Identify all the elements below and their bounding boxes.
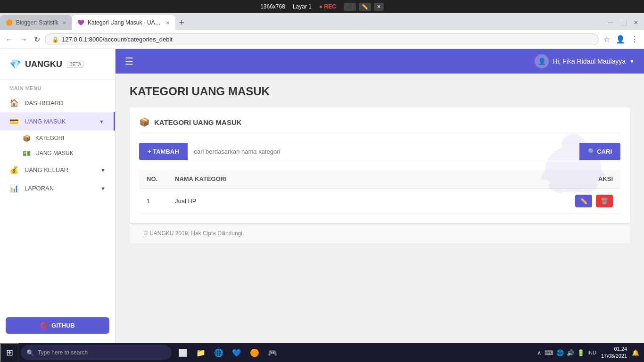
sidebar-item-laporan[interactable]: 📊 LAPORAN ▼ <box>0 179 115 197</box>
delete-button[interactable]: 🗑️ <box>596 195 613 207</box>
rec-edit-btn[interactable]: ✏️ <box>359 3 371 11</box>
menu-btn[interactable]: ⋮ <box>629 33 640 46</box>
page-title: KATEGORI UANG MASUK <box>130 85 630 98</box>
uang-keluar-arrow: ▼ <box>100 167 106 173</box>
sidebar-section-title: MAIN MENU <box>0 80 115 94</box>
search-input[interactable] <box>188 143 579 160</box>
uangku-tab-close[interactable]: ✕ <box>166 20 170 25</box>
blogger-tab-title: Blogger: Statistik <box>16 19 58 26</box>
arrow-up-icon[interactable]: ∧ <box>537 349 542 356</box>
page-content: KATEGORI UANG MASUK 📦 KATEGORI UANG MASU… <box>116 74 644 343</box>
keyboard-icon[interactable]: ⌨ <box>545 349 553 356</box>
sidebar-logo: 💎 UANGKU BETA <box>0 49 115 80</box>
rec-controls: ⬛ ✏️ ✕ <box>344 3 384 11</box>
network-icon[interactable]: 🌐 <box>556 349 564 356</box>
github-button[interactable]: ⭕ GITHUB <box>6 317 109 334</box>
rec-layer: Layar 1 <box>293 3 312 10</box>
refresh-btn[interactable]: ↻ <box>32 33 42 46</box>
vscode-taskbar-btn[interactable]: 💙 <box>229 345 244 360</box>
sidebar-sub-item-uang-masuk[interactable]: 💵 UANG MASUK <box>0 146 115 161</box>
sidebar-item-dashboard[interactable]: 🏠 DASHBOARD <box>0 94 115 112</box>
footer-text: © UANGKU 2019, Hak Cipta Dilindungi. <box>144 230 244 237</box>
bookmark-btn[interactable]: ☆ <box>602 33 612 46</box>
taskbar-right: ∧ ⌨ 🌐 🔊 🔋 IND 01.24 17/08/2021 🔔 <box>537 346 644 360</box>
sidebar-item-uang-masuk[interactable]: 💳 UANG MASUK ▼ <box>0 112 115 131</box>
uangku-tab-title: Kategori Uang Masuk - UANG... <box>88 19 162 26</box>
main-card: 📦 KATEGORI UANG MASUK + TAMBAH 🔍 CARI <box>130 107 630 223</box>
taskbar-search-text: Type here to search <box>38 349 88 356</box>
start-button[interactable]: ⊞ <box>0 343 19 362</box>
taskbar: ⊞ 🔍 Type here to search ⬜ 📁 🌐 💙 🟠 🎮 ∧ ⌨ … <box>0 343 644 362</box>
col-nama-kategori: NAMA KATEGORI <box>167 170 564 189</box>
maximize-btn[interactable]: ⬜ <box>618 17 629 28</box>
browser-tabs: 🟠 Blogger: Statistik ✕ 💜 Kategori Uang M… <box>0 13 644 30</box>
forward-btn[interactable]: → <box>18 33 29 46</box>
profile-btn[interactable]: 👤 <box>614 33 627 46</box>
recording-bar: 644x362 Layar 1 ● REC ⬛ ✏️ ✕ <box>0 0 644 13</box>
laporan-icon: 📊 <box>9 184 19 193</box>
taskbar-search-icon: 🔍 <box>26 349 34 356</box>
sidebar: 💎 UANGKU BETA MAIN MENU 🏠 DASHBOARD 💳 UA… <box>0 49 116 343</box>
tambah-label: + TAMBAH <box>148 148 179 155</box>
volume-icon[interactable]: 🔊 <box>567 349 574 356</box>
edit-button[interactable]: ✏️ <box>575 195 592 207</box>
game-taskbar-btn[interactable]: 🎮 <box>265 345 280 360</box>
blogger-favicon: 🟠 <box>6 19 12 26</box>
kategori-label: KATEGORI <box>35 135 64 141</box>
laporan-arrow: ▼ <box>100 186 106 191</box>
hamburger-btn[interactable]: ☰ <box>125 56 133 67</box>
cari-label: 🔍 CARI <box>588 148 612 155</box>
rec-close-btn[interactable]: ✕ <box>374 3 384 11</box>
date-display: 17/08/2021 <box>601 353 627 360</box>
uang-keluar-label: UANG KELUAR <box>25 166 68 173</box>
xampp-taskbar-btn[interactable]: 🟠 <box>247 345 262 360</box>
rec-size: 644x362 <box>260 3 285 10</box>
browser-tab-blogger[interactable]: 🟠 Blogger: Statistik ✕ <box>0 15 72 30</box>
card-title: KATEGORI UANG MASUK <box>154 118 242 126</box>
github-label: GITHUB <box>51 322 75 329</box>
uang-masuk-icon: 💳 <box>9 117 19 126</box>
uangku-favicon: 💜 <box>77 19 84 26</box>
user-avatar: 👤 <box>535 54 549 68</box>
sidebar-item-uang-keluar[interactable]: 💰 UANG KELUAR ▼ <box>0 161 115 179</box>
browser-taskbar-btn[interactable]: 🌐 <box>211 345 226 360</box>
table-body: 1 Jual HP ✏️ 🗑️ <box>139 189 620 214</box>
file-explorer-btn[interactable]: 📁 <box>193 345 208 360</box>
windows-icon: ⊞ <box>6 347 13 358</box>
task-view-btn[interactable]: ⬜ <box>175 345 190 360</box>
browser-tab-uangku[interactable]: 💜 Kategori Uang Masuk - UANG... ✕ <box>72 15 175 30</box>
back-btn[interactable]: ← <box>4 33 15 46</box>
rec-stop-btn[interactable]: ⬛ <box>344 3 356 11</box>
address-input[interactable] <box>62 36 592 43</box>
rec-indicator: ● REC <box>319 3 336 10</box>
row-no: 1 <box>139 189 167 214</box>
col-aksi: AKSI <box>564 170 620 189</box>
sidebar-sub-item-kategori[interactable]: 📦 KATEGORI <box>0 131 115 146</box>
minimize-btn[interactable]: — <box>606 17 615 28</box>
taskbar-search[interactable]: 🔍 Type here to search <box>21 345 172 360</box>
taskbar-clock[interactable]: 01.24 17/08/2021 <box>601 346 627 360</box>
cari-button[interactable]: 🔍 CARI <box>579 143 620 160</box>
card-header-icon: 📦 <box>139 117 149 127</box>
new-tab-btn[interactable]: + <box>177 16 186 30</box>
uang-masuk-sub-label: UANG MASUK <box>35 150 74 156</box>
col-no: NO. <box>139 170 167 189</box>
close-browser-btn[interactable]: ✕ <box>632 17 640 28</box>
home-icon: 🏠 <box>9 99 19 107</box>
user-greeting: Hi, Fika Ridaul Maulayya <box>553 58 626 65</box>
footer: © UANGKU 2019, Hak Cipta Dilindungi. <box>130 223 630 243</box>
battery-icon[interactable]: 🔋 <box>577 349 585 356</box>
system-tray: ∧ ⌨ 🌐 🔊 🔋 IND <box>537 349 596 356</box>
time-display: 01.24 <box>601 346 627 353</box>
lock-icon: 🔒 <box>52 36 59 43</box>
blogger-tab-close[interactable]: ✕ <box>62 20 66 25</box>
table-header: NO. NAMA KATEGORI AKSI <box>139 170 620 189</box>
table-row: 1 Jual HP ✏️ 🗑️ <box>139 189 620 214</box>
laporan-label: LAPORAN <box>25 185 54 192</box>
main-content: ☰ 👤 Hi, Fika Ridaul Maulayya ▼ KATEGORI … <box>116 49 644 343</box>
notification-icon[interactable]: 🔔 <box>632 349 639 356</box>
tambah-button[interactable]: + TAMBAH <box>139 143 188 160</box>
card-header: 📦 KATEGORI UANG MASUK <box>139 117 620 133</box>
user-info[interactable]: 👤 Hi, Fika Ridaul Maulayya ▼ <box>535 54 635 68</box>
browser-toolbar: ← → ↻ 🔒 ☆ 👤 ⋮ <box>0 30 644 49</box>
